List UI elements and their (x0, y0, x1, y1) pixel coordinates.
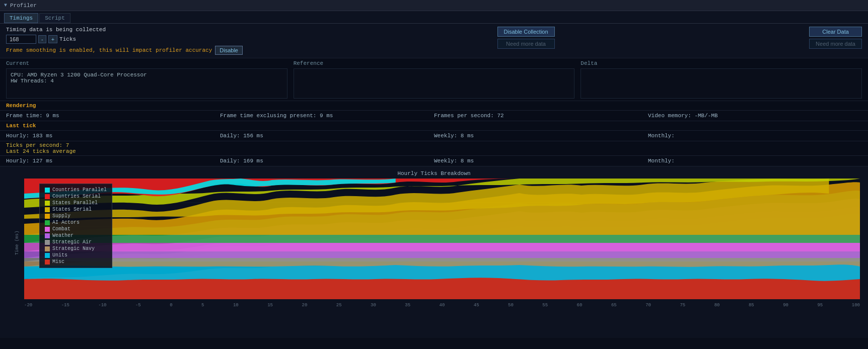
last24-stats: Hourly: 127 ms Daily: 169 ms Weekly: 8 m… (0, 156, 868, 166)
ticks-per-second-section: Ticks per second: 7 Last 24 ticks averag… (0, 141, 868, 156)
current-box: CPU: AMD Ryzen 3 1200 Quad-Core Processo… (6, 68, 287, 99)
legend-item: Units (45, 252, 107, 258)
last24-daily: Daily: 169 ms (220, 158, 434, 164)
last-tick-label: Last tick (6, 123, 36, 129)
disable-button[interactable]: Disable (215, 46, 243, 55)
legend-item: Countries Serial (45, 194, 107, 199)
tab-script[interactable]: Script (39, 13, 70, 23)
legend-color-label: AI Actors (52, 220, 80, 225)
legend-color-label: Supply (52, 213, 70, 219)
legend-color-swatch (45, 201, 50, 206)
legend-color-swatch (45, 246, 50, 251)
last24-hourly: Hourly: 127 ms (6, 158, 220, 164)
legend-color-swatch (45, 253, 50, 258)
x-label-22: 90 (783, 303, 788, 308)
metrics-row: Current CPU: AMD Ryzen 3 1200 Quad-Core … (0, 58, 868, 101)
title-bar-text: Profiler (10, 3, 37, 9)
legend-color-swatch (45, 240, 50, 245)
chart-title: Hourly Ticks Breakdown (0, 168, 868, 179)
x-label-11: 35 (405, 303, 410, 308)
current-section: Current CPU: AMD Ryzen 3 1200 Quad-Core … (6, 60, 287, 99)
legend-color-swatch (45, 233, 50, 238)
x-label-19: 75 (680, 303, 685, 308)
last24-monthly: Monthly: (648, 158, 862, 164)
legend-color-swatch (45, 188, 50, 193)
frames-per-second: Frames per second: 72 (434, 113, 648, 119)
chart-area: Hourly Ticks Breakdown Time (ms) Countri… (0, 166, 868, 338)
x-label-12: 40 (440, 303, 445, 308)
current-label: Current (6, 60, 287, 66)
last-tick-monthly: Monthly: (648, 133, 862, 139)
tick-plus-button[interactable]: + (48, 35, 57, 43)
x-label-24: 100 (852, 303, 860, 308)
legend-color-label: States Parallel (52, 200, 98, 206)
need-more-data-1-button[interactable]: Need more data (497, 39, 555, 49)
x-label-9: 25 (336, 303, 342, 308)
ticks-label: Ticks (59, 36, 76, 42)
x-label-15: 55 (542, 303, 548, 308)
rendering-header: Rendering (0, 101, 868, 111)
reference-label: Reference (294, 60, 575, 66)
chart-legend: Countries ParallelCountries SerialStates… (39, 184, 112, 268)
legend-color-swatch (45, 220, 50, 225)
need-more-data-2-button[interactable]: Need more data (809, 39, 862, 49)
current-cpu: CPU: AMD Ryzen 3 1200 Quad-Core Processo… (11, 72, 283, 78)
top-controls: Timing data is being collected - + Ticks… (0, 24, 868, 58)
x-label-10: 30 (371, 303, 376, 308)
x-label-0: -20 (24, 303, 32, 308)
x-axis: -20 -15 -10 -5 0 5 10 15 20 25 30 35 40 … (24, 303, 860, 308)
legend-item: Strategic Air (45, 239, 107, 245)
x-label-20: 80 (714, 303, 720, 308)
last-tick-hourly: Hourly: 183 ms (6, 133, 220, 139)
x-label-5: 5 (201, 303, 204, 308)
x-label-21: 85 (749, 303, 754, 308)
title-bar: ▼ Profiler (0, 0, 868, 11)
legend-color-swatch (45, 227, 50, 232)
x-label-6: 10 (233, 303, 239, 308)
tick-minus-button[interactable]: - (38, 35, 46, 43)
legend-color-label: Countries Serial (52, 194, 101, 199)
tab-bar: Timings Script (0, 11, 868, 24)
clear-data-button[interactable]: Clear Data (809, 27, 862, 37)
delta-box (581, 68, 862, 99)
legend-item: States Parallel (45, 200, 107, 206)
ticks-per-second: Ticks per second: 7 (6, 142, 862, 148)
legend-item: AI Actors (45, 220, 107, 225)
x-label-3: -5 (135, 303, 141, 308)
frame-time-excluding: Frame time exclusing present: 9 ms (220, 113, 434, 119)
legend-color-label: Units (52, 252, 67, 258)
legend-color-swatch (45, 214, 50, 219)
legend-color-label: Strategic Navy (52, 246, 95, 251)
legend-color-label: Countries Parallel (52, 187, 107, 193)
last24-weekly: Weekly: 8 ms (434, 158, 648, 164)
warning-text: Frame smoothing is enabled, this will im… (6, 47, 212, 53)
current-threads: HW Threads: 4 (11, 78, 283, 84)
chart-svg: 0 50 100 150 200 (24, 179, 860, 299)
last-tick-stats: Hourly: 183 ms Daily: 156 ms Weekly: 8 m… (0, 131, 868, 141)
profiler-icon: ▼ (4, 3, 7, 8)
legend-item: Weather (45, 233, 107, 238)
legend-color-label: Misc (52, 259, 64, 265)
disable-collection-button[interactable]: Disable Collection (497, 27, 555, 37)
x-label-17: 65 (611, 303, 617, 308)
ticks-average-label: Last 24 ticks average (6, 148, 862, 154)
top-left-section: Timing data is being collected - + Ticks… (6, 27, 243, 55)
legend-item: States Serial (45, 207, 107, 212)
x-label-18: 70 (645, 303, 651, 308)
video-memory: Video memory: -MB/-MB (648, 113, 862, 119)
legend-color-label: Combat (52, 226, 70, 232)
x-label-14: 50 (508, 303, 514, 308)
legend-color-swatch (45, 259, 50, 265)
delta-section: Delta (581, 60, 862, 99)
rendering-label: Rendering (6, 103, 36, 109)
last-tick-header: Last tick (0, 121, 868, 131)
tick-input[interactable] (6, 35, 36, 44)
x-label-2: -10 (98, 303, 106, 308)
reference-box (294, 68, 575, 99)
legend-item: Countries Parallel (45, 187, 107, 193)
frame-time: Frame time: 9 ms (6, 113, 220, 119)
top-center-section: Disable Collection Need more data (497, 27, 555, 49)
tab-timings[interactable]: Timings (4, 13, 38, 23)
warning-row: Frame smoothing is enabled, this will im… (6, 46, 243, 55)
x-label-16: 60 (577, 303, 583, 308)
